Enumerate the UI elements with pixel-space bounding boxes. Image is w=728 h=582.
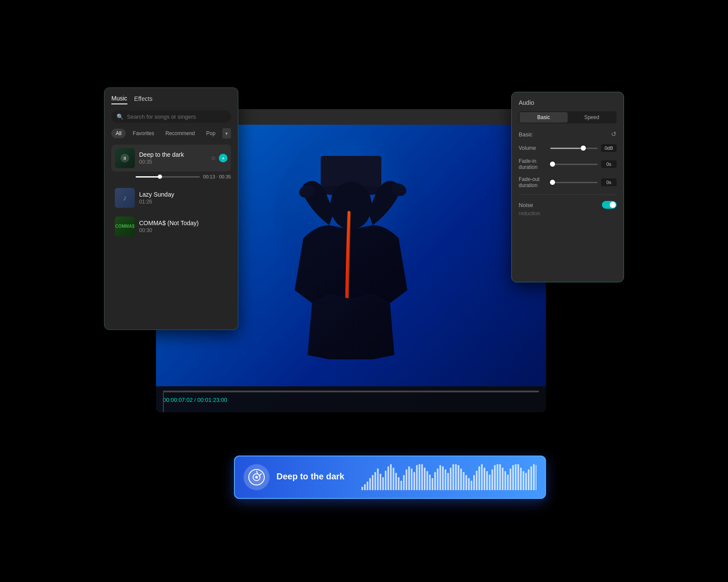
volume-handle[interactable] — [581, 146, 586, 151]
fade-in-control: Fade-induration 0s — [519, 158, 617, 170]
filter-favorites[interactable]: Favorites — [128, 129, 158, 138]
timeline-time: 00:00:07:02 / 00:01:23:00 — [163, 397, 227, 403]
song-duration-2: 01:26 — [139, 199, 228, 205]
song-thumb-2: ♪ — [115, 188, 135, 208]
music-panel: Music Effects 🔍 All Favorites Recommend … — [104, 87, 238, 330]
now-playing-info: Deep to the dark — [276, 472, 354, 483]
fade-out-value: 0s — [601, 178, 617, 186]
now-playing-title: Deep to the dark — [276, 472, 354, 482]
progress-track[interactable] — [136, 176, 200, 178]
svg-point-8 — [255, 476, 258, 479]
volume-value: 0dB — [601, 144, 617, 152]
svg-point-3 — [330, 182, 372, 230]
panel-tabs: Music Effects — [111, 95, 231, 104]
song-item-2[interactable]: ♪ Lazy Sunday 01:26 — [111, 184, 231, 211]
song-info-1: Deep to the dark 00:35 — [139, 151, 206, 165]
search-icon: 🔍 — [117, 113, 124, 120]
reset-button[interactable]: ↺ — [611, 130, 617, 138]
now-playing-icon — [244, 464, 270, 490]
song-duration-3: 00:30 — [139, 227, 228, 233]
audio-tab-speed[interactable]: Speed — [568, 112, 616, 123]
current-time-label: 00:13 · 00:35 — [203, 174, 231, 179]
timeline-track[interactable]: // inline dots will be rendered by JS be… — [163, 391, 539, 392]
volume-label: Volume — [519, 145, 547, 151]
play-overlay-1: ⏸ — [120, 154, 129, 162]
audio-tab-basic[interactable]: Basic — [520, 112, 568, 123]
tab-music[interactable]: Music — [111, 95, 127, 104]
progress-fill — [136, 176, 160, 178]
volume-fill — [550, 148, 583, 149]
progress-handle[interactable] — [158, 175, 162, 179]
filter-all[interactable]: All — [111, 129, 126, 138]
star-button-1[interactable]: ☆ — [211, 155, 216, 162]
song-thumb-3: COMMA$ — [115, 217, 135, 236]
song-actions-1: ☆ + — [211, 154, 228, 162]
filter-recommend[interactable]: Recommend — [161, 129, 199, 138]
fade-out-control: Fade-outduration 0s — [519, 176, 617, 188]
player-timeline: // inline dots will be rendered by JS be… — [156, 386, 546, 412]
song-item-1[interactable]: ⏸ Deep to the dark 00:35 ☆ + — [111, 145, 231, 171]
filter-row: All Favorites Recommend Pop ▾ — [111, 128, 231, 139]
song-info-2: Lazy Sunday 01:26 — [139, 191, 228, 205]
fade-out-label: Fade-outduration — [519, 176, 547, 188]
noise-header: Noise — [519, 201, 617, 209]
song-title-3: COMMA$ (Not Today) — [139, 220, 228, 226]
noise-sub-label: reduction — [519, 210, 617, 217]
filter-pop[interactable]: Pop — [202, 129, 220, 138]
volume-slider[interactable] — [550, 148, 598, 149]
tab-effects[interactable]: Effects — [134, 95, 153, 104]
toggle-knob — [610, 202, 616, 208]
divider — [519, 194, 617, 195]
song-title-1: Deep to the dark — [139, 151, 206, 158]
song-thumb-1: ⏸ — [115, 148, 135, 168]
audio-panel: Audio Basic Speed Basic ↺ Volume 0dB Fad… — [511, 92, 624, 282]
now-playing-waveform — [361, 464, 536, 490]
song-title-2: Lazy Sunday — [139, 191, 228, 198]
volume-control: Volume 0dB — [519, 144, 617, 152]
fade-in-label: Fade-induration — [519, 158, 547, 170]
song-info-3: COMMA$ (Not Today) 00:30 — [139, 220, 228, 233]
figure-silhouette — [260, 125, 442, 412]
noise-reduction-toggle[interactable] — [602, 201, 617, 209]
fade-in-value: 0s — [601, 160, 617, 168]
song-item-3[interactable]: COMMA$ COMMA$ (Not Today) 00:30 — [111, 213, 231, 240]
filter-chevron-icon[interactable]: ▾ — [222, 128, 231, 139]
fade-in-slider[interactable] — [550, 164, 598, 165]
noise-label: Noise — [519, 202, 533, 208]
now-playing-bar: Deep to the dark — [234, 456, 546, 499]
song-list: ⏸ Deep to the dark 00:35 ☆ + 00:13 — [111, 145, 231, 240]
fade-out-slider[interactable] — [550, 182, 598, 183]
search-bar: 🔍 — [111, 110, 231, 123]
fade-in-handle[interactable] — [550, 162, 555, 167]
audio-panel-title: Audio — [519, 99, 617, 106]
section-basic-label: Basic ↺ — [519, 130, 617, 138]
audio-tabs: Basic Speed — [519, 111, 617, 123]
search-input[interactable] — [127, 113, 226, 120]
progress-row: 00:13 · 00:35 — [136, 173, 231, 183]
fade-out-handle[interactable] — [550, 180, 555, 185]
add-button-1[interactable]: + — [219, 154, 228, 162]
song-duration-1: 00:35 — [139, 159, 206, 165]
noise-reduction-control: Noise reduction — [519, 201, 617, 217]
